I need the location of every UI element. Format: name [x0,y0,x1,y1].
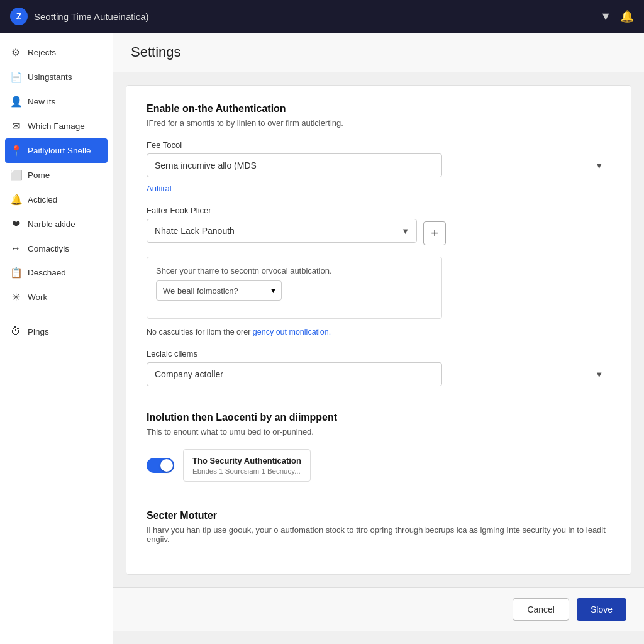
note-text: No casculties for ilom the orer gency ou… [147,328,611,336]
sidebar-item-narble[interactable]: ❤ Narble akide [0,212,113,236]
sidebar-label-comactiyls: Comactiyls [28,244,69,253]
sidebar-item-pome[interactable]: ⬜ Pome [0,163,113,187]
sidebar-item-deschaed[interactable]: 📋 Deschaed [0,260,113,285]
sidebar-label-which-famage: Which Famage [28,121,85,131]
toggle-knob [160,459,173,472]
sidebar-item-new-its[interactable]: 👤 New its [0,89,113,114]
field-tool-label: Fee Tocol [147,140,611,150]
sidebar-item-comactiyls[interactable]: ↔ Comactiyls [0,236,113,260]
inner-select[interactable]: We beali folmosticn? [156,280,282,301]
section-divider-2 [147,497,611,497]
local-select[interactable]: Company actoller [147,362,442,386]
page-header: Settings [113,33,644,72]
tool-select[interactable]: Serna incumive allo (MDS [147,153,442,177]
sidebar-label-rejects: Rejects [28,48,56,57]
sidebar-label-plngs: Plngs [28,327,49,336]
toggle-row: Tho Security Authentication Ebndes 1 Sou… [147,449,611,482]
local-chevron-icon: ▼ [595,370,603,379]
sidebar-label-work: Work [28,292,47,302]
section2-title: Inolution then Laocenti by an diimppent [147,412,611,423]
sidebar-label-acticled: Acticled [28,195,57,204]
app-layout: ⚙ Rejects 📄 Usingstants 👤 New its ✉ Whic… [0,33,644,644]
new-its-icon: 👤 [10,96,21,108]
comactiyls-icon: ↔ [10,243,21,254]
main-content: Settings Enable on-the Authentication IF… [113,33,644,644]
note-link[interactable]: gency out monlication. [253,328,331,336]
section3-title: Secter Motuter [147,510,611,521]
section1-title: Enable on-the Authentication [147,103,611,114]
cancel-button[interactable]: Cancel [513,598,569,621]
footer: Cancel Slove [113,587,644,631]
sidebar-label-paitlylourt: Paitlylourt Snelle [28,146,91,155]
sidebar-item-which-famage[interactable]: ✉ Which Famage [0,114,113,138]
work-icon: ✳ [10,291,21,303]
usingstants-icon: 📄 [10,71,21,83]
dropdown-icon[interactable]: ▼ [600,10,611,23]
sidebar-label-pome: Pome [28,170,50,180]
narble-icon: ❤ [10,218,21,230]
page-title: Settings [131,44,626,60]
toggle-card: Tho Security Authentication Ebndes 1 Sou… [183,449,311,482]
notification-icon[interactable]: 🔔 [620,9,634,23]
section2-desc: This to enount what to umu bed to or-pun… [147,427,611,436]
tool-link[interactable]: Autiiral [147,184,172,193]
sidebar-item-usingstants[interactable]: 📄 Usingstants [0,65,113,89]
pome-icon: ⬜ [10,169,21,181]
local-select-wrapper: Company actoller ▼ [147,362,611,386]
section1-desc: IFred for a smontis to by linlen to over… [147,118,611,128]
settings-card: Enable on-the Authentication IFred for a… [126,85,631,575]
topbar: Z Seotting Time Autueinatica) ▼ 🔔 [0,0,644,33]
which-famage-icon: ✉ [10,120,21,132]
sidebar-label-new-its: New its [28,97,55,106]
topbar-title: Seotting Time Autueinatica) [34,11,594,22]
sidebar-item-rejects[interactable]: ⚙ Rejects [0,40,113,65]
sidebar-label-deschaed: Deschaed [28,268,66,277]
section-divider [147,399,611,399]
sidebar-item-acticled[interactable]: 🔔 Acticled [0,187,113,212]
rejects-icon: ⚙ [10,47,21,58]
factor-field-row: Nhate Lack Panouth ▼ + [147,219,611,248]
sidebar-item-work[interactable]: ✳ Work [0,285,113,309]
save-button[interactable]: Slove [577,598,626,621]
sidebar-item-plngs[interactable]: ⏱ Plngs [0,319,113,343]
factor-label: Fatter Fook Plicer [147,206,611,215]
toggle-card-title: Tho Security Authentication [192,456,301,465]
section-authentication: Enable on-the Authentication IFred for a… [147,103,611,386]
paitlylourt-icon: 📍 [10,145,21,157]
factor-select-wrapper: Nhate Lack Panouth ▼ [147,219,417,243]
sidebar-label-usingstants: Usingstants [28,72,72,82]
local-label: Lecialc cliems [147,349,611,358]
factor-select[interactable]: Nhate Lack Panouth [147,219,417,243]
sidebar-label-narble: Narble akide [28,219,75,229]
section-secter: Secter Motuter Il harv you han tip use g… [147,510,611,544]
sidebar-item-paitlylourt[interactable]: 📍 Paitlylourt Snelle [5,138,108,163]
add-factor-button[interactable]: + [423,221,446,245]
section-inolution: Inolution then Laocenti by an diimppent … [147,412,611,482]
toggle-card-sub: Ebndes 1 Sourcsiam 1 Becnucy... [192,467,301,475]
deschaed-icon: 📋 [10,267,21,279]
inner-select-wrapper: We beali folmosticn? ▼ [156,280,282,301]
acticled-icon: 🔔 [10,194,21,206]
topbar-actions: ▼ 🔔 [600,9,634,23]
app-logo: Z [10,8,28,25]
tool-select-wrapper: Serna incumive allo (MDS ▼ [147,153,611,177]
toggle-switch[interactable] [147,458,174,473]
plngs-icon: ⏱ [10,326,21,337]
section3-desc: Il harv you han tip use goouk, your o au… [147,525,611,544]
hint-text: Shcer your tharre to secontn orvocal aut… [156,266,433,275]
sidebar: ⚙ Rejects 📄 Usingstants 👤 New its ✉ Whic… [0,33,113,644]
chevron-down-icon: ▼ [595,161,603,170]
